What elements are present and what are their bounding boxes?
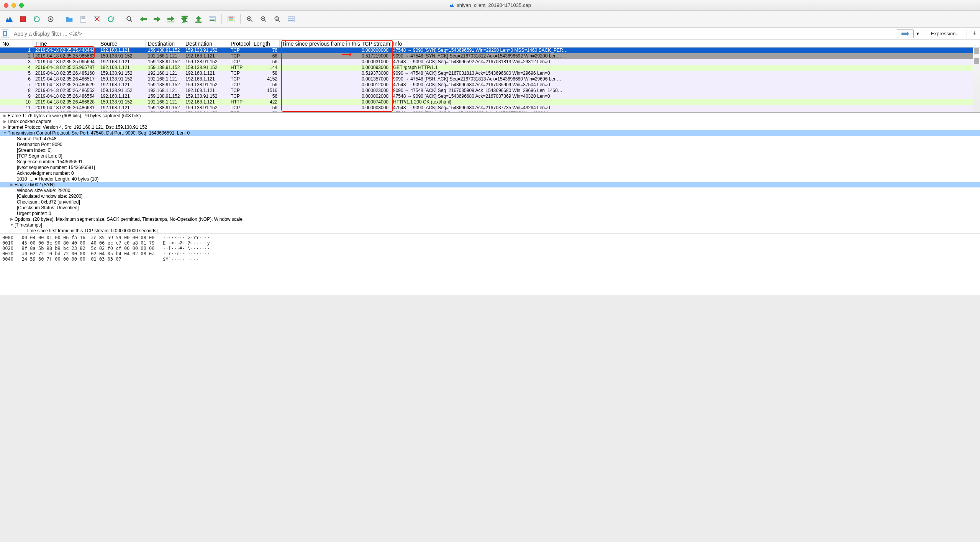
- packet-bytes-pane[interactable]: 0000 00 04 00 01 00 06 fa 16 3e 85 59 59…: [0, 233, 980, 295]
- display-filter-input[interactable]: [11, 29, 895, 38]
- packet-row[interactable]: 42019-04-18 02:35:25.965787192.168.1.121…: [0, 65, 980, 71]
- cell-dst1: 192.168.1.121: [146, 99, 183, 105]
- packet-row[interactable]: 32019-04-18 02:35:25.965694192.168.1.121…: [0, 59, 980, 65]
- main-toolbar: [0, 11, 980, 28]
- column-header-prot[interactable]: Protocol: [228, 40, 251, 47]
- zoom-in-button[interactable]: [244, 13, 256, 25]
- packet-list-rows[interactable]: 12019-04-18 02:35:25.448444192.168.1.121…: [0, 48, 980, 113]
- expand-triangle-icon[interactable]: ▶: [9, 217, 15, 221]
- restart-capture-button[interactable]: [31, 13, 43, 25]
- auto-scroll-button[interactable]: [206, 13, 218, 25]
- cell-src: 159.138.91.152: [98, 71, 146, 76]
- detail-line[interactable]: ▶Linux cooked capture: [0, 118, 980, 124]
- detail-line[interactable]: ▼[Timestamps]: [0, 222, 980, 228]
- packet-row[interactable]: 92019-04-18 02:35:26.486554192.168.1.121…: [0, 94, 980, 99]
- capture-options-button[interactable]: [44, 13, 57, 25]
- packet-row[interactable]: 82019-04-18 02:35:26.486552159.138.91.15…: [0, 88, 980, 94]
- cell-no: 10: [0, 99, 33, 105]
- expand-triangle-icon[interactable]: ▶: [2, 113, 8, 118]
- packet-details-pane[interactable]: ▶Frame 1: 76 bytes on wire (608 bits), 7…: [0, 113, 980, 233]
- cell-time: 2019-04-18 02:35:26.486628: [33, 99, 98, 105]
- detail-line[interactable]: 1010 .... = Header Length: 40 bytes (10): [0, 176, 980, 182]
- zoom-out-button[interactable]: [257, 13, 270, 25]
- cell-prot: TCP: [228, 111, 251, 113]
- go-first-button[interactable]: [179, 13, 191, 25]
- detail-text: Frame 1: 76 bytes on wire (608 bits), 76…: [8, 113, 141, 118]
- column-header-len[interactable]: Length: [251, 40, 280, 47]
- cell-dst1: 192.168.1.121: [146, 88, 183, 94]
- zoom-reset-button[interactable]: [271, 13, 284, 25]
- detail-line[interactable]: [Calculated window size: 29200]: [0, 193, 980, 199]
- cell-dst2: 192.168.1.121: [183, 99, 228, 105]
- packet-row[interactable]: 102019-04-18 02:35:26.486628159.138.91.1…: [0, 99, 980, 105]
- detail-text: Internet Protocol Version 4, Src: 192.16…: [8, 125, 147, 130]
- colorize-button[interactable]: [225, 13, 237, 25]
- resize-columns-button[interactable]: [285, 13, 297, 25]
- column-header-no[interactable]: No.: [0, 40, 33, 47]
- expression-button[interactable]: Expression...: [927, 29, 964, 38]
- cell-time: 2019-04-18 02:35:26.485160: [33, 71, 98, 76]
- column-header-info[interactable]: Info: [391, 40, 980, 47]
- detail-text: [Time since first frame in this TCP stre…: [25, 228, 157, 233]
- packet-row[interactable]: 12019-04-18 02:35:25.448444192.168.1.121…: [0, 48, 980, 53]
- packet-list-scrollbar[interactable]: [973, 48, 980, 112]
- packet-row[interactable]: 72019-04-18 02:35:26.486529192.168.1.121…: [0, 82, 980, 88]
- detail-line[interactable]: ▶Flags: 0x002 (SYN): [0, 182, 980, 187]
- cell-info: 9090 → 47548 [SYN, ACK] Seq=2167031812 A…: [391, 53, 980, 59]
- packet-row[interactable]: 22019-04-18 02:35:25.965663159.138.91.15…: [0, 53, 980, 59]
- svg-point-2: [50, 18, 52, 20]
- detail-line[interactable]: ▼Transmission Control Protocol, Src Port…: [0, 130, 980, 136]
- expand-triangle-icon[interactable]: ▶: [9, 182, 15, 187]
- detail-line[interactable]: ▶Options: (20 bytes), Maximum segment si…: [0, 216, 980, 222]
- detail-line[interactable]: [Checksum Status: Unverified]: [0, 205, 980, 210]
- stop-capture-button[interactable]: [17, 13, 29, 25]
- wireshark-fin-icon[interactable]: [3, 13, 15, 25]
- detail-line[interactable]: Source Port: 47548: [0, 136, 980, 141]
- detail-line[interactable]: Destination Port: 9090: [0, 141, 980, 147]
- save-file-button[interactable]: [77, 13, 89, 25]
- go-forward-button[interactable]: [151, 13, 163, 25]
- cell-prot: TCP: [228, 53, 251, 59]
- expand-triangle-icon[interactable]: ▼: [9, 223, 15, 227]
- packet-row[interactable]: 122019-04-18 02:35:26.486881192.168.1.12…: [0, 111, 980, 113]
- find-button[interactable]: [123, 13, 136, 25]
- close-file-button[interactable]: [91, 13, 103, 25]
- packet-row[interactable]: 52019-04-18 02:35:26.485160159.138.91.15…: [0, 71, 980, 76]
- expand-triangle-icon[interactable]: ▶: [2, 119, 8, 123]
- detail-line[interactable]: Window size value: 29200: [0, 187, 980, 193]
- cell-dst2: 159.138.91.152: [183, 94, 228, 99]
- detail-line[interactable]: ▶Frame 1: 76 bytes on wire (608 bits), 7…: [0, 113, 980, 118]
- cell-prot: TCP: [228, 48, 251, 53]
- add-filter-button[interactable]: +: [970, 30, 979, 38]
- column-header-src[interactable]: Source: [98, 40, 146, 47]
- packet-row[interactable]: 62019-04-18 02:35:26.486517159.138.91.15…: [0, 76, 980, 82]
- filter-dropdown-button[interactable]: ▾: [915, 31, 921, 36]
- detail-line[interactable]: Sequence number: 1543696591: [0, 159, 980, 164]
- cell-len: 144: [251, 65, 280, 71]
- detail-line[interactable]: [Next sequence number: 1543696591]: [0, 164, 980, 170]
- go-back-button[interactable]: [137, 13, 149, 25]
- open-file-button[interactable]: [63, 13, 75, 25]
- filter-bookmark-button[interactable]: [1, 30, 9, 38]
- reload-file-button[interactable]: [105, 13, 117, 25]
- close-window-button[interactable]: [4, 3, 8, 8]
- go-to-packet-button[interactable]: [165, 13, 177, 25]
- detail-line[interactable]: [TCP Segment Len: 0]: [0, 153, 980, 159]
- detail-line[interactable]: Urgent pointer: 0: [0, 210, 980, 216]
- detail-line[interactable]: Acknowledgment number: 0: [0, 170, 980, 176]
- detail-line[interactable]: ▶Internet Protocol Version 4, Src: 192.1…: [0, 124, 980, 130]
- expand-triangle-icon[interactable]: ▶: [2, 125, 8, 129]
- detail-line[interactable]: [Stream index: 0]: [0, 147, 980, 153]
- packet-row[interactable]: 112019-04-18 02:35:26.486631192.168.1.12…: [0, 105, 980, 111]
- detail-line[interactable]: [Time since first frame in this TCP stre…: [0, 228, 980, 233]
- detail-line[interactable]: Checksum: 0xbd72 [unverified]: [0, 199, 980, 205]
- minimize-window-button[interactable]: [11, 3, 16, 8]
- column-header-dst1[interactable]: Destination: [146, 40, 183, 47]
- zoom-window-button[interactable]: [19, 3, 24, 8]
- filter-apply-button[interactable]: [897, 29, 914, 38]
- expand-triangle-icon[interactable]: ▼: [2, 131, 8, 135]
- go-last-button[interactable]: [192, 13, 205, 25]
- column-header-dst2[interactable]: Destination: [183, 40, 228, 47]
- cell-dst1: 192.168.1.121: [146, 53, 183, 59]
- svg-rect-13: [210, 17, 215, 18]
